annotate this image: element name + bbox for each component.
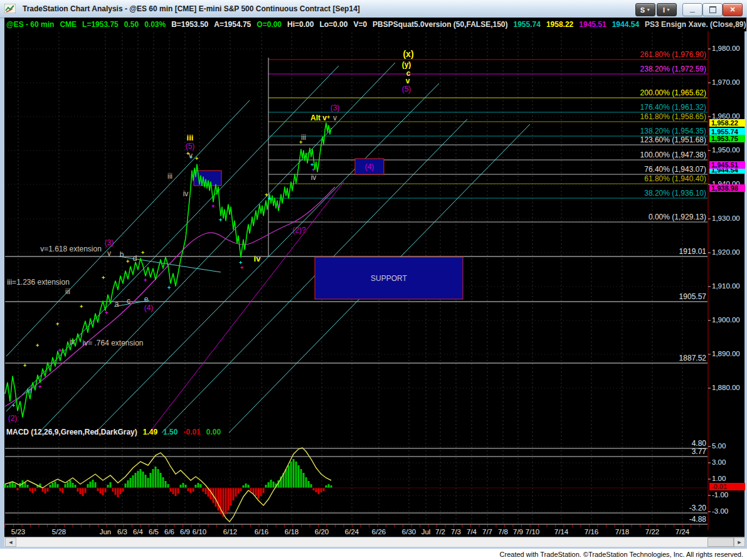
macd-histogram-bar xyxy=(233,488,235,500)
macd-histogram-bar xyxy=(12,482,14,488)
footer-strip: Created with TradeStation. ©TradeStation… xyxy=(0,549,747,560)
macd-histogram-bar xyxy=(288,465,290,488)
macd-histogram-bar xyxy=(137,471,139,488)
macd-histogram-bar xyxy=(80,488,82,494)
macd-histogram-bar xyxy=(102,488,104,495)
macd-histogram-bar xyxy=(157,469,159,488)
macd-histogram-bar xyxy=(4,484,6,488)
macd-histogram-bar xyxy=(29,488,31,491)
macd-histogram-bar xyxy=(183,483,184,488)
macd-histogram-bar xyxy=(9,483,11,488)
macd-histogram-bar xyxy=(120,488,122,494)
macd-histogram-bar xyxy=(240,488,242,491)
macd-histogram-bar xyxy=(130,478,132,488)
macd-histogram-bar xyxy=(100,488,102,494)
macd-histogram-bar xyxy=(97,488,99,491)
macd-histogram-bar xyxy=(32,488,34,493)
macd-histogram-bar xyxy=(253,488,255,494)
macd-histogram-bar xyxy=(110,482,112,488)
macd-histogram-bar xyxy=(27,485,29,488)
macd-histogram-bar xyxy=(293,459,295,488)
macd-value: 1.49 xyxy=(143,428,157,436)
macd-histogram-bar xyxy=(331,485,332,488)
macd-histogram-bar xyxy=(127,480,129,488)
macd-histogram-bar xyxy=(72,483,74,488)
macd-histogram-bar xyxy=(172,488,174,494)
macd-histogram-bar xyxy=(193,488,194,492)
macd-histogram-bar xyxy=(300,469,302,488)
macd-histogram-bar xyxy=(243,485,245,488)
macd-histogram-bar xyxy=(190,488,192,493)
macd-histogram-bar xyxy=(75,485,77,488)
macd-histogram-bar xyxy=(265,485,267,488)
chart-canvas[interactable] xyxy=(0,0,747,560)
macd-histogram-bar xyxy=(82,488,84,496)
macd-histogram-bar xyxy=(270,480,272,488)
macd-histogram-bar xyxy=(45,488,46,494)
macd-histogram-bar xyxy=(150,473,152,488)
macd-histogram-bar xyxy=(200,484,202,488)
macd-histogram-bar xyxy=(263,488,265,493)
macd-histogram-bar xyxy=(318,488,320,494)
macd-histogram-bar xyxy=(160,473,162,488)
macd-histogram-bar xyxy=(105,488,107,492)
macd-histogram-bar xyxy=(24,482,26,488)
left-arrow-icon: ◀ xyxy=(9,540,12,544)
macd-histogram-bar xyxy=(250,488,252,491)
macd-histogram-bar xyxy=(215,488,217,507)
macd-histogram-bar xyxy=(135,473,137,488)
scroll-right-arrow[interactable]: ▶ xyxy=(734,537,745,547)
macd-histogram-bar xyxy=(315,488,317,492)
macd-histogram-bar xyxy=(107,485,109,488)
macd-histogram-bar xyxy=(321,488,322,492)
macd-histogram-bar xyxy=(132,475,134,488)
macd-histogram-bar xyxy=(140,469,142,488)
macd-histogram-bar xyxy=(185,485,187,488)
macd-label-row: MACD (12,26,9,Green,Red,DarkGray) 1.491.… xyxy=(6,428,221,436)
macd-histogram-bar xyxy=(170,488,172,492)
macd-histogram-bar xyxy=(90,482,92,488)
copyright-text: Created with TradeStation. ©TradeStation… xyxy=(500,551,743,558)
macd-histogram-bar xyxy=(70,480,72,488)
macd-histogram-bar xyxy=(162,477,164,488)
macd-histogram-bar xyxy=(14,484,16,488)
macd-histogram-bar xyxy=(230,488,232,505)
macd-histogram-bar xyxy=(122,488,124,492)
trend-line xyxy=(6,100,250,356)
annotation-box xyxy=(355,159,384,174)
macd-histogram-bar xyxy=(295,462,297,488)
right-arrow-icon: ▶ xyxy=(738,540,741,544)
macd-histogram-bar xyxy=(310,484,312,488)
scroll-left-arrow[interactable]: ◀ xyxy=(5,537,16,547)
macd-histogram-bar xyxy=(245,483,247,488)
macd-histogram-bar xyxy=(210,488,212,499)
annotation-box xyxy=(315,257,463,299)
macd-histogram-bar xyxy=(218,488,220,510)
macd-histogram-bar xyxy=(112,488,114,492)
macd-value: -0.01 xyxy=(183,428,200,436)
trend-line xyxy=(149,182,344,433)
macd-histogram-bar xyxy=(142,472,144,488)
macd-histogram-bar xyxy=(326,485,327,488)
scrollbar-thumb[interactable] xyxy=(707,537,734,547)
macd-histogram-bar xyxy=(50,485,51,488)
macd-histogram-bar xyxy=(285,469,287,488)
price-line-series xyxy=(5,123,331,417)
macd-label: MACD (12,26,9,Green,Red,DarkGray) xyxy=(6,428,137,436)
macd-histogram-bar xyxy=(228,488,230,510)
macd-histogram-bar xyxy=(165,481,167,488)
macd-histogram-bar xyxy=(87,484,89,488)
macd-histogram-bar xyxy=(67,482,69,488)
macd-histogram-bar xyxy=(177,488,179,494)
macd-histogram-bar xyxy=(290,462,292,488)
macd-histogram-bar xyxy=(255,488,257,496)
macd-histogram-bar xyxy=(57,484,59,488)
macd-histogram-bar xyxy=(298,465,300,488)
macd-histogram-bar xyxy=(303,473,305,488)
macd-histogram-bar xyxy=(52,483,54,488)
macd-histogram-bar xyxy=(195,485,197,488)
macd-histogram-bar xyxy=(175,488,177,496)
macd-histogram-bar xyxy=(260,488,262,496)
horizontal-scrollbar[interactable] xyxy=(4,537,744,547)
macd-histogram-bar xyxy=(268,482,270,488)
